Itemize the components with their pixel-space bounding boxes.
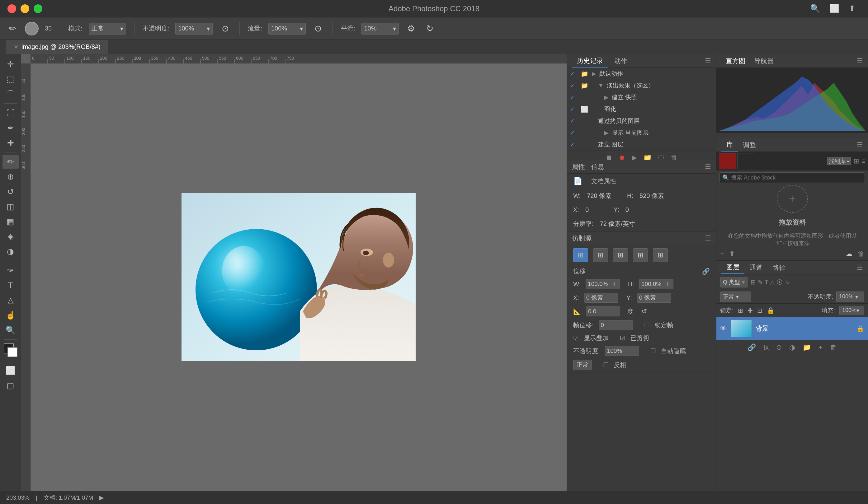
type-filter[interactable]: Q 类型 ▾ (720, 277, 747, 287)
clone-menu[interactable]: ☰ (705, 234, 711, 242)
history-item-1[interactable]: ✓ 📁 ▼ 淡出效果（选区） (567, 80, 716, 92)
opacity-icon[interactable]: ⊙ (219, 22, 231, 35)
clone-h-input[interactable]: ⬆ (639, 279, 673, 289)
window-icon[interactable]: ⬜ (829, 4, 839, 13)
new-layer-icon[interactable]: + (818, 344, 823, 351)
clone-rotation-input[interactable] (586, 306, 620, 316)
clone-w-arrow[interactable]: ⬆ (611, 281, 617, 287)
link-layers-icon[interactable]: 🔗 (747, 344, 756, 351)
clone-x-field[interactable] (585, 294, 609, 301)
delete-lib-icon[interactable]: 🗑 (857, 250, 864, 258)
cloud-icon[interactable]: ☁ (846, 250, 852, 258)
lock-artboard-icon[interactable]: ⊡ (757, 307, 763, 314)
clone-h-field[interactable] (640, 281, 664, 287)
clone-y-input[interactable] (637, 293, 671, 303)
settings-icon[interactable]: ⚙ (405, 22, 417, 35)
plus-icon[interactable]: + (789, 192, 795, 205)
minimize-button[interactable] (21, 4, 29, 13)
clone-x-input[interactable] (584, 293, 618, 303)
info-tab[interactable]: 信息 (591, 162, 604, 171)
canvas-content[interactable] (31, 63, 567, 491)
thumb-2[interactable] (737, 153, 755, 169)
color-picker[interactable] (4, 344, 18, 357)
tab-actions[interactable]: 动作 (609, 55, 632, 67)
doc-size-arrow[interactable]: ▶ (99, 494, 104, 501)
quick-mask-tool[interactable]: ⬜ (2, 364, 19, 377)
expand-0[interactable]: ▶ (592, 70, 596, 77)
lib-select[interactable]: 找到库 (827, 157, 851, 165)
library-menu[interactable]: ☰ (857, 141, 863, 149)
crop-tool[interactable]: ⛶ (2, 106, 19, 120)
clone-src-3[interactable]: ⊞ (613, 248, 628, 262)
clone-src-4[interactable]: ⊞ (633, 248, 648, 262)
history-item-6[interactable]: ✓ 建立 图层 (567, 139, 716, 150)
properties-menu[interactable]: ☰ (705, 163, 711, 171)
dodge-tool[interactable]: ◑ (2, 244, 19, 258)
history-item-2[interactable]: ✓ ▶ 建立 快照 (567, 92, 716, 103)
history-brush-tool[interactable]: ↺ (2, 185, 19, 199)
search-input[interactable] (731, 175, 862, 181)
brush-tool[interactable]: ✏ (2, 155, 19, 169)
share-icon[interactable]: ⬆ (849, 4, 856, 13)
clone-src-2[interactable]: ⊞ (593, 248, 608, 262)
opacity-value[interactable]: 100% ▾ (175, 23, 213, 34)
expand-1[interactable]: ▼ (592, 82, 604, 89)
library-search[interactable]: 🔍 (720, 172, 865, 183)
clone-frame-input[interactable] (599, 320, 633, 330)
tab-layers[interactable]: 图层 (721, 261, 744, 274)
clone-w-field[interactable] (586, 281, 611, 287)
history-menu-icon[interactable]: ☰ (705, 57, 711, 65)
smooth-value[interactable]: 10% ▾ (361, 23, 399, 34)
histogram-menu[interactable]: ☰ (857, 57, 863, 65)
screen-mode-tool[interactable]: ▢ (2, 379, 19, 392)
close-button[interactable] (8, 4, 16, 13)
active-tab[interactable]: ✕ image.jpg @ 203%(RGB/8#) (6, 40, 108, 54)
brush-tool-icon[interactable]: ✏ (6, 22, 19, 35)
clone-src-1[interactable]: ⊞ (573, 248, 588, 262)
layers-menu[interactable]: ☰ (857, 263, 863, 272)
delete-layer-icon[interactable]: 🗑 (830, 344, 837, 351)
clone-opacity-input[interactable] (605, 346, 639, 356)
lib-grid-icon[interactable]: ⊞ (854, 157, 859, 165)
tab-navigator[interactable]: 导航器 (750, 55, 778, 67)
tab-history[interactable]: 历史记录 (572, 54, 608, 67)
lasso-tool[interactable]: ⌒ (2, 87, 19, 101)
clone-h-arrow[interactable]: ⬆ (664, 281, 671, 287)
tab-close-icon[interactable]: ✕ (14, 44, 18, 50)
stamp-tool[interactable]: ⊕ (2, 170, 19, 183)
angle-icon[interactable]: ↻ (424, 22, 436, 35)
clipped-checkbox[interactable]: ☑ (620, 334, 626, 342)
shape-tool[interactable]: △ (2, 293, 19, 307)
maximize-button[interactable] (34, 4, 42, 13)
tab-adjustments[interactable]: 调整 (738, 139, 761, 151)
history-item-4[interactable]: ✓ 通过拷贝的图层 (567, 115, 716, 127)
clone-opacity-field[interactable] (605, 347, 630, 354)
clone-link-icon[interactable]: 🔗 (702, 267, 710, 275)
tab-channels[interactable]: 通道 (744, 261, 767, 274)
mode-select[interactable]: 正常 ▾ (89, 23, 126, 34)
history-item-5[interactable]: ✓ ▶ 显示 当前图层 (567, 127, 716, 139)
folder-layer-icon[interactable]: 📁 (803, 344, 811, 351)
lib-list-icon[interactable]: ≡ (861, 157, 866, 165)
upload-icon[interactable]: ⬆ (729, 250, 735, 258)
move-tool[interactable]: ✛ (2, 57, 19, 71)
lock-pos-icon[interactable]: ✚ (747, 307, 753, 314)
adjustment-icon[interactable]: ◑ (789, 344, 795, 351)
lock-all-icon[interactable]: 🔒 (767, 307, 775, 314)
background-color[interactable] (8, 347, 18, 357)
search-icon[interactable]: 🔍 (810, 4, 820, 13)
type-tool[interactable]: T (2, 279, 19, 292)
mask-icon[interactable]: ⊙ (776, 344, 782, 351)
clone-y-field[interactable] (637, 294, 662, 301)
eyedropper-tool[interactable]: ✒ (2, 121, 19, 135)
clone-rotation-field[interactable] (586, 308, 611, 315)
thumb-1[interactable] (719, 153, 736, 169)
clone-src-5[interactable]: ⊞ (653, 248, 668, 262)
healing-tool[interactable]: ✚ (2, 136, 19, 150)
rotation-reset[interactable]: ↺ (641, 307, 647, 315)
clone-mode-select[interactable]: 正常 (573, 360, 592, 370)
add-icon[interactable]: + (720, 250, 724, 258)
invert-checkbox[interactable]: ☐ (603, 361, 609, 369)
flow-icon[interactable]: ⊙ (312, 22, 324, 35)
pen-tool[interactable]: ✑ (2, 263, 19, 277)
